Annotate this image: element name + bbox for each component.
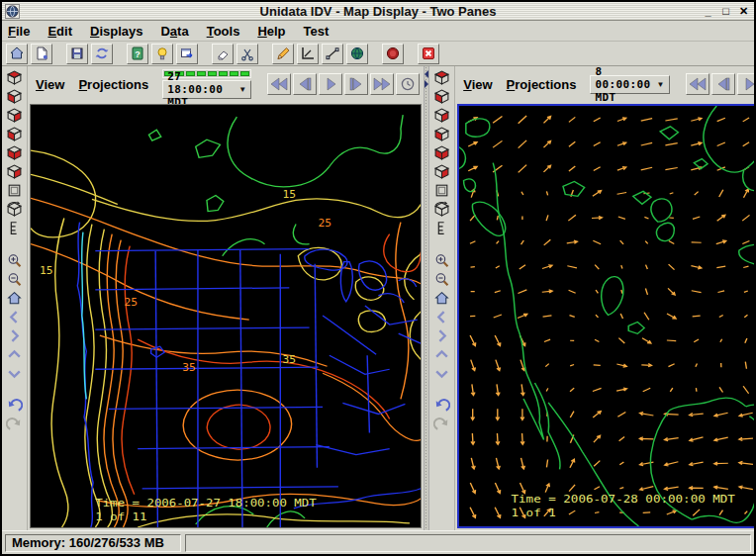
left-map-display[interactable]: 151525253535Time = 2006-07-27 18:00:00 M…	[30, 104, 422, 528]
new-display-button[interactable]	[31, 44, 52, 64]
view-cube-west-icon	[6, 163, 23, 180]
exit-button[interactable]	[418, 44, 439, 64]
home-button[interactable]	[6, 44, 28, 64]
right-view-cube-west-button[interactable]	[432, 162, 452, 181]
right-reset-box-button[interactable]	[432, 181, 452, 200]
right-animation-controls	[686, 73, 754, 95]
titlebar[interactable]: Unidata IDV - Map Display - Two Panes _□…	[2, 2, 754, 21]
menu-edit[interactable]: Edit	[47, 24, 72, 39]
maximize-button[interactable]: □	[718, 4, 733, 18]
left-undo-button[interactable]	[5, 397, 25, 416]
data-selector-button[interactable]: ?	[127, 44, 148, 64]
probe-icon	[325, 46, 340, 61]
right-rotate-view-button[interactable]	[432, 200, 452, 219]
right-pan-left-button[interactable]	[432, 308, 452, 326]
left-pan-down-button[interactable]	[5, 364, 25, 383]
right-view-cube-top-button[interactable]	[432, 68, 452, 87]
view-cube-top-icon	[433, 69, 450, 86]
save-button[interactable]	[66, 44, 88, 64]
right-map-display[interactable]: Time = 2006-07-28 00:00:00 MDT1 of 1	[457, 104, 754, 528]
left-animation-properties-button[interactable]	[396, 73, 420, 95]
menu-data[interactable]: Data	[160, 24, 188, 39]
play-icon	[322, 77, 339, 91]
left-view-menu[interactable]: View	[36, 77, 64, 92]
left-view-cube-top-button[interactable]	[5, 68, 25, 87]
left-time-selector[interactable]: 27 18:00:00 MDT▼	[162, 80, 251, 99]
left-animation-controls	[267, 73, 420, 95]
probe-button[interactable]	[322, 44, 343, 64]
menu-file[interactable]: File	[8, 24, 30, 39]
zoom-in-icon	[6, 252, 23, 269]
left-view-cube-bottom-button[interactable]	[5, 87, 25, 106]
left-pan-left-button[interactable]	[5, 308, 25, 326]
save-icon	[69, 46, 85, 61]
right-pan-up-button[interactable]	[432, 345, 452, 364]
ruler-icon	[6, 220, 23, 236]
redo-icon	[433, 417, 450, 433]
left-zoom-in-button[interactable]	[5, 251, 25, 270]
left-play-button[interactable]	[319, 73, 342, 95]
globe-button[interactable]	[346, 44, 368, 64]
menu-displays[interactable]: Displays	[90, 24, 142, 39]
right-time-selector[interactable]: 8 00:00:00 MDT▼	[590, 75, 669, 94]
right-play-button[interactable]	[737, 73, 754, 95]
left-view-cube-north-button[interactable]	[5, 106, 25, 125]
left-zoom-out-button[interactable]	[5, 270, 25, 289]
right-undo-button[interactable]	[432, 397, 452, 416]
left-reset-box-button[interactable]	[5, 181, 25, 200]
exit-icon	[421, 46, 436, 61]
left-step-back-button[interactable]	[293, 73, 317, 95]
right-zoom-out-button[interactable]	[432, 270, 452, 289]
right-view-toolbar	[429, 66, 455, 530]
tips-bulb-button[interactable]	[151, 44, 173, 64]
right-view-cube-bottom-button[interactable]	[432, 87, 452, 106]
collapse-right-icon[interactable]	[425, 80, 428, 88]
menu-test[interactable]: Test	[304, 24, 330, 39]
right-home-view-button[interactable]	[432, 289, 452, 308]
view-cube-bottom-icon	[433, 88, 450, 105]
right-redo-button[interactable]	[432, 416, 452, 434]
stop-loads-button[interactable]	[382, 44, 404, 64]
right-view-cube-north-button[interactable]	[432, 106, 452, 125]
show-dashboard-button[interactable]	[176, 44, 198, 64]
contour-label: 25	[319, 217, 332, 229]
left-step-forward-button[interactable]	[344, 73, 368, 95]
right-go-first-button[interactable]	[686, 73, 709, 95]
left-ruler-button[interactable]	[5, 219, 25, 237]
view-cube-north-icon	[433, 107, 450, 124]
collapse-left-icon[interactable]	[425, 70, 428, 78]
go-first-icon	[689, 77, 707, 91]
view-cube-west-icon	[433, 163, 450, 180]
left-pan-up-button[interactable]	[5, 345, 25, 364]
refresh-button[interactable]	[91, 44, 113, 64]
left-projections-menu[interactable]: Projections	[78, 77, 148, 92]
right-pan-right-button[interactable]	[432, 326, 452, 345]
left-go-first-button[interactable]	[267, 73, 291, 95]
left-view-cube-south-button[interactable]	[5, 125, 25, 143]
reset-box-icon	[433, 182, 450, 199]
right-view-cube-south-button[interactable]	[432, 125, 452, 143]
menu-tools[interactable]: Tools	[207, 24, 240, 39]
close-button[interactable]: ✕	[736, 4, 751, 18]
left-go-last-button[interactable]	[370, 73, 394, 95]
left-home-view-button[interactable]	[5, 289, 25, 308]
right-ruler-button[interactable]	[432, 219, 452, 237]
menu-help[interactable]: Help	[257, 24, 285, 39]
draw-button[interactable]	[272, 44, 294, 64]
right-pan-down-button[interactable]	[432, 364, 452, 383]
left-rotate-view-button[interactable]	[5, 200, 25, 219]
left-redo-button[interactable]	[5, 416, 25, 434]
chart-button[interactable]	[297, 44, 319, 64]
right-projections-menu[interactable]: Projections	[507, 77, 577, 92]
left-pan-right-button[interactable]	[5, 326, 25, 345]
right-view-menu[interactable]: View	[463, 77, 492, 92]
left-view-cube-east-button[interactable]	[5, 143, 25, 162]
right-view-cube-east-button[interactable]	[432, 143, 452, 162]
right-pane: ViewProjections8 00:00:00 MDT▼ Time = 20…	[429, 66, 754, 530]
minimize-button[interactable]: _	[701, 4, 715, 18]
right-zoom-in-button[interactable]	[432, 251, 452, 270]
cut-button[interactable]	[236, 44, 258, 64]
left-view-cube-west-button[interactable]	[5, 162, 25, 181]
right-step-back-button[interactable]	[711, 73, 735, 95]
erase-button[interactable]	[212, 44, 234, 64]
